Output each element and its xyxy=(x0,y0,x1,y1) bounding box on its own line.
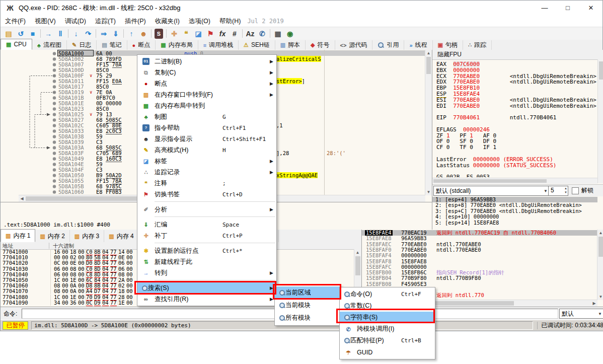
menu-item-追踪记录[interactable]: ∴追踪记录▶ xyxy=(137,167,276,178)
menu-item-汇编[interactable]: ⇓汇编Space xyxy=(137,219,276,230)
tab-句柄[interactable]: ▣句柄 xyxy=(433,40,463,50)
menubar-item[interactable]: 帮助(H) xyxy=(215,17,245,26)
run-icon[interactable]: → xyxy=(42,29,54,39)
argument-row[interactable]: 4: [esp+10] 00000000 xyxy=(432,214,597,220)
menu-item-常数(C)[interactable]: 常数(C) xyxy=(340,300,435,312)
tab-断点[interactable]: ●断点 xyxy=(127,40,156,50)
menu-item-显示指令提示[interactable]: ☻显示指令提示Ctrl+Shift+F1 xyxy=(137,133,276,144)
menubar-item[interactable]: 收藏夹(I) xyxy=(150,17,184,26)
menu-item-断点[interactable]: ●断点▶ xyxy=(137,78,276,89)
tab-符号[interactable]: ◆符号 xyxy=(306,40,335,50)
functions-icon[interactable]: fx xyxy=(216,29,229,39)
registers-vertical-scrollbar[interactable] xyxy=(597,59,603,183)
comments-icon[interactable]: ❝ xyxy=(180,29,192,39)
strings-icon[interactable]: Az xyxy=(244,29,256,39)
step-out-icon[interactable]: ⇓ xyxy=(110,29,122,39)
open-file-icon[interactable]: ▤ xyxy=(3,29,15,39)
tab-CPU[interactable]: ▦CPU xyxy=(1,39,32,50)
arguments-list[interactable]: 1: [esp+4] 96A59BB32: [esp+8] 770EABE0 <… xyxy=(432,196,603,227)
checkbox-box[interactable] xyxy=(572,187,579,194)
tab-引用[interactable]: 引用 xyxy=(372,40,404,50)
command-profile-dropdown[interactable]: 默认▼ xyxy=(559,309,603,319)
menu-item-新建线程于此[interactable]: ⇅新建线程于此 xyxy=(137,256,276,267)
tab-笔记[interactable]: ▤笔记 xyxy=(97,40,127,50)
dump-tab-内存 3[interactable]: ▥内存 3 xyxy=(70,230,104,242)
menu-item-搜索(S)[interactable]: 搜索(S)▶ xyxy=(137,282,276,294)
menu-item-补丁[interactable]: ✚补丁Ctrl+P xyxy=(137,230,276,241)
stack-row[interactable]: 15E8FB08F45905E3 xyxy=(362,281,597,287)
tab-跟踪[interactable]: ∴跟踪 xyxy=(463,40,492,50)
tab-调用堆栈[interactable]: ≡调用堆栈 xyxy=(198,40,239,50)
stack-row[interactable]: 15E8FAF400000000 xyxy=(362,253,597,258)
hide-fpu-button[interactable]: 隐藏FPU xyxy=(432,50,603,60)
step-into-icon[interactable]: ↓ xyxy=(70,29,82,39)
tab-脚本[interactable]: ▥脚本 xyxy=(275,40,306,50)
tab-源代码[interactable]: <>源代码 xyxy=(335,40,373,50)
globe-icon[interactable]: ◉ xyxy=(284,29,296,39)
menu-item-分析[interactable]: ✐分析▶ xyxy=(137,204,276,215)
stack-row[interactable]: 15E8FAF815E8FAE8 xyxy=(362,259,597,264)
menu-item-GUID[interactable]: ☂GUID xyxy=(340,346,435,358)
menu-item-字符串(S)[interactable]: 字符串(S) xyxy=(340,312,435,323)
registers-list[interactable]: EAX 007C6000EBX 00000000ECX 770EABE0 <nt… xyxy=(432,59,597,177)
execute-till-return-icon[interactable]: ⇒ xyxy=(98,29,110,39)
tab-SEH链[interactable]: ⚠SEH链 xyxy=(239,40,275,50)
menu-item-制图[interactable]: ♣制图G xyxy=(137,111,276,122)
dump-tab-内存 4[interactable]: ▥内存 4 xyxy=(104,230,138,242)
menubar-item[interactable]: 插件(P) xyxy=(120,17,150,26)
step-over-icon[interactable]: ↷ xyxy=(82,29,94,39)
argument-row[interactable]: 5: [esp+14] 15E8FAE8 xyxy=(432,220,597,226)
menu-item-注释[interactable]: ❝注释; xyxy=(137,178,276,189)
menu-item-在内存布局中转到[interactable]: ▦在内存布局中转到 xyxy=(137,100,276,111)
registers-panel[interactable]: 隐藏FPU EAX 007C6000EBX 00000000ECX 770EAB… xyxy=(432,50,603,230)
menu-item-高亮模式(H)[interactable]: ✎高亮模式(H)H xyxy=(137,144,276,156)
menu-item-二进制(B)[interactable]: 01二进制(B)▶ xyxy=(137,56,276,67)
run-to-user-icon[interactable]: ↑ xyxy=(125,29,137,39)
menubar-item[interactable]: 调试(D) xyxy=(60,17,91,26)
menu-item-复制(C)[interactable]: ⧉复制(C)▶ xyxy=(137,67,276,78)
calling-convention-dropdown[interactable]: 默认 (stdcall)▼ xyxy=(433,186,550,196)
patch-icon[interactable]: ✚ xyxy=(168,29,180,39)
tab-线程[interactable]: »线程 xyxy=(404,40,432,50)
menu-item-当前模块[interactable]: 当前模块▶ xyxy=(275,299,341,312)
stack-row[interactable]: 15E8FAF0770EABE0ntdll.770EABE0 xyxy=(362,247,597,253)
menu-item-匹配特征(P)[interactable]: 匹配特征(P)Ctrl+B xyxy=(340,335,435,346)
close-button[interactable]: ✕ xyxy=(579,1,602,16)
tab-日志[interactable]: ✎日志 xyxy=(67,40,97,50)
stack-vertical-scrollbar[interactable]: ▲ ▼ xyxy=(597,230,603,300)
pause-icon[interactable]: ‖ xyxy=(54,29,66,39)
stop-icon[interactable]: ■ xyxy=(27,29,39,39)
menubar-item[interactable]: 文件(F) xyxy=(1,17,30,26)
minimize-button[interactable]: — xyxy=(533,1,556,16)
labels-icon[interactable]: ◪ xyxy=(192,29,204,39)
attach-icon[interactable]: ☻ xyxy=(137,29,149,39)
menubar-item[interactable]: 追踪(T) xyxy=(91,17,120,26)
stack-row[interactable]: 15E8FAE4770EAC19返回到 ntdll.770EAC19 自 ntd… xyxy=(362,230,597,236)
menu-item-设置新的运行点[interactable]: ✱设置新的运行点Ctrl+* xyxy=(137,245,276,256)
maximize-button[interactable]: □ xyxy=(556,1,579,16)
seh-chain-icon[interactable]: S xyxy=(155,29,163,39)
disasm-vertical-scrollbar[interactable]: ▲ ▼ xyxy=(425,50,432,195)
menu-item-指令帮助[interactable]: ?指令帮助Ctrl+F1 xyxy=(137,122,276,133)
menubar-item[interactable]: 选项(O) xyxy=(184,17,215,26)
menu-item-所有模块[interactable]: 所有模块▶ xyxy=(275,312,341,324)
menu-item-跨模块调用(I)[interactable]: ✆跨模块调用(I) xyxy=(340,323,435,335)
dump-tab-内存 1[interactable]: ▥内存 1 xyxy=(1,229,35,242)
menu-item-在内存窗口中转到(F)[interactable]: ▥在内存窗口中转到(F)▶ xyxy=(137,89,276,100)
unlock-checkbox[interactable]: 解锁 xyxy=(572,186,593,195)
menu-item-当前区域[interactable]: 当前区域▶ xyxy=(275,286,341,299)
module-calls-icon[interactable]: ✆ xyxy=(256,29,268,39)
menu-item-标签[interactable]: ◪标签▶ xyxy=(137,156,276,167)
menu-item-查找引用(R)[interactable]: ∞查找引用(R)▶ xyxy=(137,294,276,305)
registers-horizontal-scrollbar[interactable] xyxy=(432,178,597,184)
restart-icon[interactable]: ↺ xyxy=(15,29,27,39)
menu-item-命令(O)[interactable]: 命令(O)Ctrl+F xyxy=(340,288,435,300)
menubar-item[interactable]: 视图(V) xyxy=(30,17,60,26)
bookmarks-icon[interactable]: ⚑ xyxy=(204,29,216,39)
menu-item-切换书签[interactable]: ⚑切换书签Ctrl+D xyxy=(137,189,276,200)
tab-流程图[interactable]: ♣流程图 xyxy=(32,40,67,50)
dump-tab-内存 2[interactable]: ▥内存 2 xyxy=(35,230,69,242)
hash-icon[interactable]: # xyxy=(229,29,241,39)
menu-item-转到[interactable]: →转到▶ xyxy=(137,267,276,278)
calculator-icon[interactable]: ▦ xyxy=(272,29,284,39)
